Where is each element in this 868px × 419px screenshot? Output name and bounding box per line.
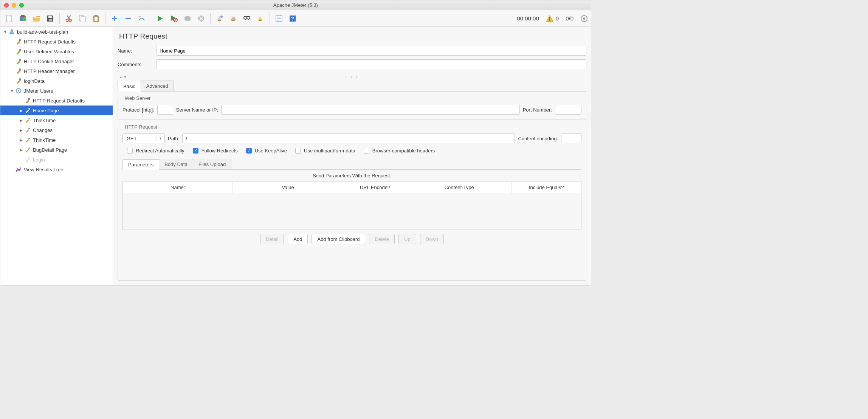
redirect-auto-checkbox[interactable]: Redirect Automatically: [127, 148, 184, 154]
tab-parameters[interactable]: Parameters: [122, 159, 159, 170]
svg-point-52: [18, 90, 19, 92]
shutdown-button[interactable]: [195, 12, 207, 25]
params-table-body[interactable]: [123, 193, 581, 230]
col-value[interactable]: Value: [233, 182, 343, 193]
protocol-label: Protocol [http]:: [122, 107, 154, 113]
follow-redirects-checkbox[interactable]: ✓Follow Redirects: [193, 148, 238, 154]
panel-title: HTTP Request: [119, 32, 585, 40]
test-plan-tree[interactable]: ▼ build-adv-web-test-plan HTTP Request D…: [0, 27, 113, 285]
port-number-label: Port Number:: [523, 107, 552, 113]
browser-headers-checkbox[interactable]: Browser-compatible headers: [364, 148, 435, 154]
divider[interactable]: ▲ ▼• • •: [118, 74, 586, 80]
server-name-label: Server Name or IP:: [176, 107, 218, 113]
multipart-checkbox[interactable]: Use multipart/form-data: [295, 148, 355, 154]
tab-files-upload[interactable]: Files Upload: [193, 159, 231, 169]
clear-all-button[interactable]: [227, 12, 239, 25]
svg-point-59: [28, 157, 30, 159]
tab-body-data[interactable]: Body Data: [159, 159, 193, 169]
col-content-type[interactable]: Content-Type: [407, 182, 512, 193]
tree-item[interactable]: ▶ThinkTime: [0, 115, 113, 125]
collapse-icon[interactable]: ▶: [19, 109, 24, 113]
tab-advanced[interactable]: Advanced: [141, 81, 174, 91]
method-select[interactable]: GET ▼: [122, 133, 165, 143]
svg-point-49: [19, 68, 21, 71]
http-request-fieldset: HTTP Request GET ▼ Path: Content encodin…: [118, 124, 586, 281]
up-button[interactable]: Up: [398, 234, 416, 244]
collapse-icon[interactable]: ▶: [19, 128, 24, 132]
add-from-clipboard-button[interactable]: Add from Clipboard: [312, 234, 365, 244]
dropper-icon: [24, 146, 31, 154]
dropper-icon: [24, 136, 31, 144]
remove-button[interactable]: [122, 12, 134, 25]
encoding-input[interactable]: [561, 133, 581, 143]
wrench-icon: [15, 48, 22, 55]
name-input[interactable]: [156, 46, 586, 56]
copy-button[interactable]: [76, 12, 88, 25]
server-name-input[interactable]: [221, 105, 520, 115]
comments-input[interactable]: [156, 59, 586, 69]
chart-icon: [15, 166, 22, 173]
save-button[interactable]: [44, 12, 56, 25]
tree-item[interactable]: HTTP Cookie Manager: [0, 56, 113, 66]
tree-item-login[interactable]: Login: [0, 155, 113, 164]
add-param-button[interactable]: Add: [288, 234, 308, 244]
expand-icon[interactable]: ▼: [9, 89, 15, 93]
dropper-icon: [24, 107, 31, 114]
add-button[interactable]: [108, 12, 121, 25]
svg-point-50: [19, 78, 21, 81]
help-button[interactable]: ?: [287, 12, 299, 25]
tree-item[interactable]: ▶ThinkTime: [0, 135, 113, 145]
tree-item[interactable]: ▶BugDetail Page: [0, 145, 113, 155]
toolbar-separator: [151, 13, 151, 24]
new-button[interactable]: [3, 12, 16, 25]
path-input[interactable]: [182, 133, 515, 143]
tab-basic[interactable]: Basic: [118, 81, 141, 92]
collapse-icon[interactable]: ▶: [19, 138, 24, 142]
col-url-encode[interactable]: URL Encode?: [343, 182, 407, 193]
tree-item-results[interactable]: View Results Tree: [0, 164, 113, 174]
cut-button[interactable]: [63, 12, 75, 25]
http-request-legend: HTTP Request: [122, 124, 160, 130]
toggle-button[interactable]: [136, 12, 148, 25]
wrench-icon: [15, 77, 22, 85]
tree-item[interactable]: HTTP Header Manager: [0, 66, 113, 76]
toolbar-status: 00:00:00 ! 0 0/0: [517, 15, 588, 22]
tree-root[interactable]: ▼ build-adv-web-test-plan: [0, 27, 113, 37]
paste-button[interactable]: [90, 12, 102, 25]
clear-button[interactable]: [214, 12, 226, 25]
col-name[interactable]: Name:: [123, 182, 233, 193]
delete-param-button[interactable]: Delete: [369, 234, 395, 244]
reset-search-button[interactable]: [254, 12, 267, 25]
svg-text:?: ?: [291, 16, 294, 22]
port-number-input[interactable]: [555, 105, 581, 115]
open-button[interactable]: [31, 12, 43, 25]
tree-item[interactable]: loginData: [0, 76, 113, 86]
tree-item-home-page[interactable]: ▶Home Page: [0, 106, 113, 115]
col-include-equals[interactable]: Include Equals?: [512, 182, 581, 193]
tree-item[interactable]: User Defined Variables: [0, 47, 113, 56]
tree-thread-group[interactable]: ▼ JMeter Users: [0, 86, 113, 96]
thread-count: 0/0: [566, 15, 574, 22]
start-button[interactable]: [154, 12, 166, 25]
tree-item[interactable]: HTTP Request Defaults: [0, 96, 113, 106]
stop-button[interactable]: [181, 12, 194, 25]
tree-item[interactable]: ▶Changes: [0, 125, 113, 135]
templates-button[interactable]: [17, 12, 29, 25]
search-button[interactable]: [241, 12, 253, 25]
protocol-input[interactable]: [157, 105, 173, 115]
keepalive-checkbox[interactable]: ✓Use KeepAlive: [246, 148, 287, 154]
down-button[interactable]: Down: [420, 234, 444, 244]
svg-point-54: [28, 108, 30, 110]
start-no-pause-button[interactable]: [168, 12, 180, 25]
detail-button[interactable]: Detail: [260, 234, 284, 244]
svg-point-57: [28, 138, 30, 139]
collapse-icon[interactable]: ▶: [19, 148, 24, 152]
tree-item[interactable]: HTTP Request Defaults: [0, 37, 113, 47]
svg-point-48: [19, 59, 21, 61]
collapse-icon[interactable]: ▶: [19, 118, 24, 123]
svg-point-20: [139, 16, 141, 17]
flask-icon: [8, 28, 16, 36]
expand-icon[interactable]: ▼: [3, 30, 8, 34]
chevron-down-icon: ▼: [156, 137, 164, 140]
function-helper-button[interactable]: [273, 12, 285, 25]
